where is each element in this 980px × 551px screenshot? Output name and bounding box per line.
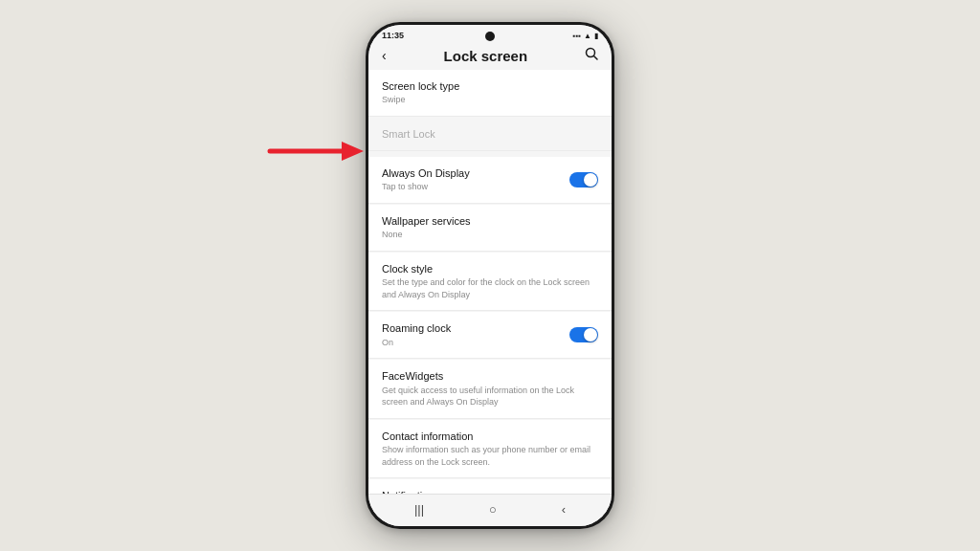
setting-subtitle-clock-style: Set the type and color for the clock on … (382, 276, 598, 300)
setting-text-wallpaper-services: Wallpaper services None (382, 214, 598, 241)
setting-title-smart-lock: Smart Lock (382, 127, 598, 141)
setting-text-facewidgets: FaceWidgets Get quick access to useful i… (382, 369, 598, 408)
home-button[interactable]: ○ (489, 502, 497, 517)
setting-item-contact-information[interactable]: Contact information Show information suc… (368, 420, 612, 478)
phone-screen: 11:35 ▪▪▪ ▲ ▮ ‹ Lock screen (368, 25, 612, 526)
recent-apps-button[interactable]: ||| (414, 502, 424, 517)
wifi-icon: ▲ (584, 32, 591, 40)
setting-subtitle-contact-information: Show information such as your phone numb… (382, 444, 598, 468)
setting-item-wallpaper-services[interactable]: Wallpaper services None (368, 205, 612, 252)
phone-device: 11:35 ▪▪▪ ▲ ▮ ‹ Lock screen (366, 22, 614, 529)
setting-text-smart-lock: Smart Lock (382, 127, 598, 141)
search-button[interactable] (585, 47, 598, 64)
setting-subtitle-screen-lock-type: Swipe (382, 94, 598, 106)
setting-title-wallpaper-services: Wallpaper services (382, 214, 598, 228)
setting-title-clock-style: Clock style (382, 262, 598, 276)
setting-item-notifications[interactable]: Notifications On (368, 479, 612, 494)
setting-text-screen-lock-type: Screen lock type Swipe (382, 79, 598, 106)
status-icons: ▪▪▪ ▲ ▮ (573, 32, 598, 40)
settings-list: Screen lock type Swipe Smart Lock Always… (368, 70, 612, 494)
status-time: 11:35 (382, 31, 404, 40)
toggle-always-on-display[interactable] (569, 172, 598, 187)
signal-icon: ▪▪▪ (573, 32, 582, 40)
setting-item-smart-lock[interactable]: Smart Lock (368, 118, 612, 151)
svg-marker-1 (342, 142, 364, 161)
setting-subtitle-roaming-clock: On (382, 337, 569, 349)
setting-item-roaming-clock[interactable]: Roaming clock On (368, 312, 612, 359)
setting-text-contact-information: Contact information Show information suc… (382, 430, 598, 468)
page-title: Lock screen (444, 48, 528, 64)
setting-text-clock-style: Clock style Set the type and color for t… (382, 262, 598, 300)
phone-body: 11:35 ▪▪▪ ▲ ▮ ‹ Lock screen (366, 22, 614, 529)
toggle-knob-always-on-display (584, 173, 597, 187)
svg-line-3 (594, 56, 598, 60)
setting-subtitle-wallpaper-services: None (382, 229, 598, 241)
setting-title-screen-lock-type: Screen lock type (382, 79, 598, 93)
setting-subtitle-always-on-display: Tap to show (382, 181, 569, 193)
setting-item-clock-style[interactable]: Clock style Set the type and color for t… (368, 253, 612, 311)
toggle-roaming-clock[interactable] (569, 327, 598, 342)
setting-text-roaming-clock: Roaming clock On (382, 321, 569, 348)
setting-title-always-on-display: Always On Display (382, 166, 569, 180)
setting-text-always-on-display: Always On Display Tap to show (382, 166, 569, 193)
arrow-annotation (260, 127, 366, 175)
camera-notch (485, 32, 495, 41)
top-nav: ‹ Lock screen (368, 43, 612, 70)
back-button[interactable]: ‹ (382, 48, 387, 63)
battery-icon: ▮ (594, 32, 598, 40)
back-nav-button[interactable]: ‹ (562, 502, 566, 517)
setting-item-screen-lock-type[interactable]: Screen lock type Swipe (368, 70, 612, 117)
setting-title-contact-information: Contact information (382, 430, 598, 443)
setting-subtitle-facewidgets: Get quick access to useful information o… (382, 385, 598, 408)
setting-item-always-on-display[interactable]: Always On Display Tap to show (368, 157, 612, 204)
setting-item-facewidgets[interactable]: FaceWidgets Get quick access to useful i… (368, 360, 612, 418)
back-icon: ‹ (382, 48, 387, 63)
toggle-knob-roaming-clock (584, 328, 597, 342)
setting-title-facewidgets: FaceWidgets (382, 369, 598, 383)
setting-title-roaming-clock: Roaming clock (382, 321, 569, 335)
bottom-nav: ||| ○ ‹ (368, 494, 612, 526)
